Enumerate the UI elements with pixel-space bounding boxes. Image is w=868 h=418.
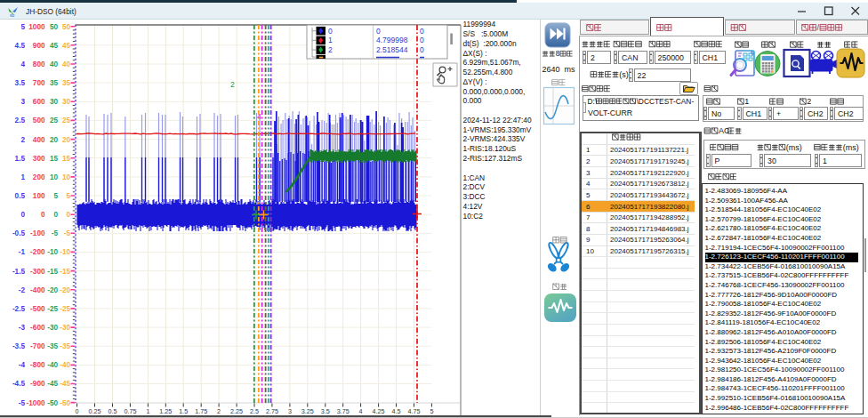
svg-text:1: 1 [744,97,749,106]
svg-text:/: / [817,22,820,32]
svg-text:8: 8 [556,49,560,58]
svg-text:2: 2 [807,97,811,106]
svg-text:(s): (s) [619,70,629,79]
svg-text:(ms): (ms) [786,143,802,152]
svg-text:(ms): (ms) [843,143,859,152]
svg-text:VOLT-CURR: VOLT-CURR [588,109,632,117]
svg-text:\DCCTEST-CAN-: \DCCTEST-CAN- [637,97,695,106]
